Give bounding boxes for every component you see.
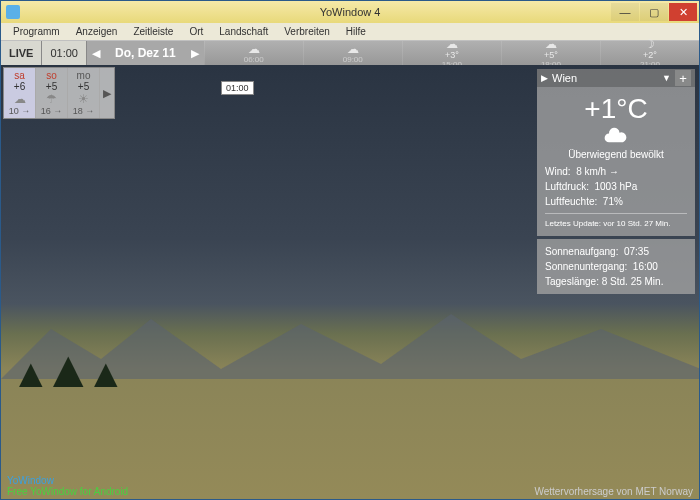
menu-verbreiten[interactable]: Verbreiten bbox=[276, 24, 338, 39]
menu-zeitleiste[interactable]: Zeitleiste bbox=[125, 24, 181, 39]
location-name: Wien bbox=[552, 72, 577, 84]
next-day-button[interactable]: ▶ bbox=[186, 41, 204, 65]
forecast-day[interactable]: so +5 ☂ 16 → bbox=[36, 68, 68, 118]
chevron-right-icon: ▶ bbox=[541, 73, 548, 83]
pressure-value: 1003 hPa bbox=[594, 181, 637, 192]
toolbar-date: Do, Dez 11 bbox=[105, 41, 186, 65]
current-temp: +1°C bbox=[545, 93, 687, 125]
cloud-icon: ☁ bbox=[347, 43, 359, 55]
menu-programm[interactable]: Programm bbox=[5, 24, 68, 39]
sun-icon: ☀ bbox=[70, 92, 97, 106]
cloud-icon: ☁ bbox=[446, 38, 458, 50]
minimize-button[interactable]: — bbox=[611, 3, 639, 21]
cloud-icon bbox=[602, 127, 630, 147]
menu-anzeigen[interactable]: Anzeigen bbox=[68, 24, 126, 39]
credit-text: Wettervorhersage von MET Norway bbox=[534, 486, 693, 497]
footer: YoWindow Free YoWindow for Android Wette… bbox=[1, 473, 699, 499]
window-title: YoWindow 4 bbox=[1, 6, 699, 18]
timeline-slot[interactable]: ☁06:00 bbox=[204, 41, 303, 65]
sun-panel: Sonnenaufgang: 07:35 Sonnenuntergang: 16… bbox=[537, 239, 695, 294]
sunset-value: 16:00 bbox=[633, 261, 658, 272]
cloud-icon: ☁ bbox=[545, 38, 557, 50]
close-button[interactable]: ✕ bbox=[669, 3, 697, 21]
menu-landschaft[interactable]: Landschaft bbox=[211, 24, 276, 39]
forecast-panel: sa +6 ☁ 10 → so +5 ☂ 16 → mo +5 ☀ 18 → ▶ bbox=[3, 67, 115, 119]
prev-day-button[interactable]: ◀ bbox=[87, 41, 105, 65]
update-value: vor 10 Std. 27 Min. bbox=[603, 219, 670, 228]
landscape-view[interactable]: ▲▲▲ sa +6 ☁ 10 → so +5 ☂ 16 → mo +5 ☀ 18… bbox=[1, 65, 699, 499]
yowindow-link[interactable]: YoWindow bbox=[7, 475, 693, 486]
forecast-day[interactable]: mo +5 ☀ 18 → bbox=[68, 68, 100, 118]
info-panel: ▶ Wien ▼ + +1°C Überwiegend bewölkt Wind… bbox=[537, 69, 695, 294]
wind-value: 8 km/h → bbox=[576, 166, 619, 177]
condition-text: Überwiegend bewölkt bbox=[545, 149, 687, 160]
toolbar-clock: 01:00 bbox=[42, 41, 87, 65]
cloud-icon: ☁ bbox=[248, 43, 260, 55]
timeline-slot[interactable]: ☽+2°21:00 bbox=[600, 41, 699, 65]
rain-icon: ☂ bbox=[38, 92, 65, 106]
toolbar: LIVE 01:00 ◀ Do, Dez 11 ▶ ☁06:00 ☁09:00 … bbox=[1, 41, 699, 65]
timeline-slot[interactable]: ☁+5°18:00 bbox=[501, 41, 600, 65]
menu-ort[interactable]: Ort bbox=[181, 24, 211, 39]
humidity-value: 71% bbox=[603, 196, 623, 207]
trees-graphic: ▲▲▲ bbox=[11, 339, 118, 399]
live-button[interactable]: LIVE bbox=[1, 41, 42, 65]
maximize-button[interactable]: ▢ bbox=[640, 3, 668, 21]
titlebar: YoWindow 4 — ▢ ✕ bbox=[1, 1, 699, 23]
add-location-button[interactable]: + bbox=[675, 70, 691, 86]
sunrise-value: 07:35 bbox=[624, 246, 649, 257]
timeline-slot[interactable]: ☁09:00 bbox=[303, 41, 402, 65]
moon-icon: ☽ bbox=[644, 38, 655, 50]
location-bar[interactable]: ▶ Wien ▼ + bbox=[537, 69, 695, 87]
forecast-day[interactable]: sa +6 ☁ 10 → bbox=[4, 68, 36, 118]
daylength-value: 8 Std. 25 Min. bbox=[602, 276, 664, 287]
location-dropdown-icon[interactable]: ▼ bbox=[662, 73, 671, 83]
timeline-slot[interactable]: ☁+3°15:00 bbox=[402, 41, 501, 65]
cloud-icon: ☁ bbox=[6, 92, 33, 106]
menubar: Programm Anzeigen Zeitleiste Ort Landsch… bbox=[1, 23, 699, 41]
timeline[interactable]: ☁06:00 ☁09:00 ☁+3°15:00 ☁+5°18:00 ☽+2°21… bbox=[204, 41, 699, 65]
menu-hilfe[interactable]: Hilfe bbox=[338, 24, 374, 39]
forecast-next-button[interactable]: ▶ bbox=[100, 68, 114, 118]
time-badge: 01:00 bbox=[221, 81, 254, 95]
